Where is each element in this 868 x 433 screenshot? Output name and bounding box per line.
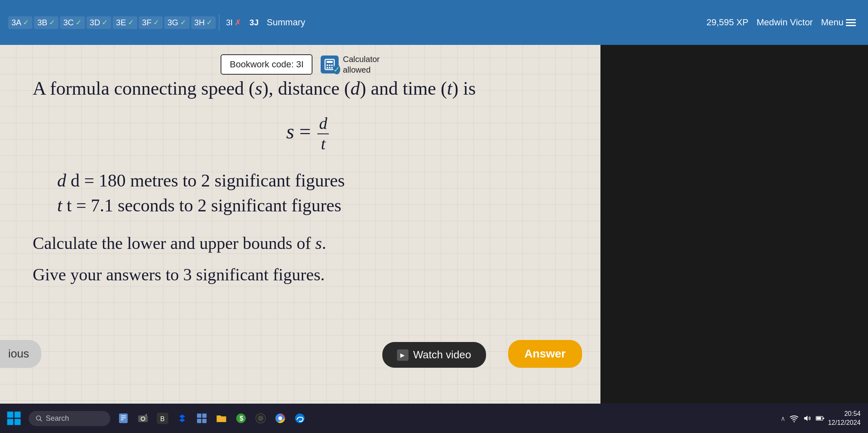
nav-item-3I[interactable]: 3I ✗ xyxy=(223,16,245,29)
nav-item-3F[interactable]: 3F ✓ xyxy=(139,16,163,29)
calc-svg xyxy=(324,58,336,71)
bookwork-label: Bookwork code: 3I xyxy=(230,59,303,69)
svg-rect-4 xyxy=(331,64,333,66)
windows-icon xyxy=(7,411,21,426)
svg-rect-5 xyxy=(327,67,328,69)
nav-label-3C: 3C xyxy=(63,18,74,27)
svg-rect-6 xyxy=(329,67,331,69)
start-button[interactable] xyxy=(3,408,25,429)
nav-label-3A: 3A xyxy=(11,18,21,27)
svg-marker-36 xyxy=(804,416,808,421)
svg-rect-1 xyxy=(327,61,333,63)
nav-item-3D[interactable]: 3D ✓ xyxy=(87,16,112,29)
check-icon-3E: ✓ xyxy=(128,18,134,27)
nav-item-3E[interactable]: 3E ✓ xyxy=(113,16,137,29)
taskbar-icon-dropbox[interactable] xyxy=(173,409,191,427)
svg-rect-39 xyxy=(823,417,824,419)
given-t-text: t = 7.1 seconds to 2 significant figures xyxy=(67,195,341,215)
svg-rect-38 xyxy=(817,417,821,420)
question-line-1: Calculate the lower and upper bounds of … xyxy=(33,231,584,256)
calculator-sub-label: allowed xyxy=(343,64,379,75)
previous-button[interactable]: ious xyxy=(0,340,41,368)
taskbar-icon-camera[interactable] xyxy=(134,409,152,427)
taskbar-icon-b[interactable]: B xyxy=(154,409,172,427)
nav-label-3I: 3I xyxy=(226,18,233,27)
fraction-numerator: d xyxy=(317,114,329,134)
menu-label: Menu xyxy=(821,17,843,28)
wifi-icon xyxy=(790,414,799,423)
nav-item-3G[interactable]: 3G ✓ xyxy=(164,16,190,29)
taskbar-icon-file[interactable] xyxy=(114,409,132,427)
svg-marker-19 xyxy=(145,413,147,415)
check-icon-3H: ✓ xyxy=(206,18,212,27)
tray-arrow[interactable]: ∧ xyxy=(781,415,785,422)
system-tray: ∧ xyxy=(781,414,825,423)
menu-button[interactable]: Menu xyxy=(821,17,856,28)
nav-label-3J: 3J xyxy=(250,18,259,27)
given-d-text: d = 180 metres to 2 significant figures xyxy=(71,171,345,191)
formula-display: s = d t xyxy=(33,114,584,154)
cross-icon-3I: ✗ xyxy=(234,18,241,27)
search-icon xyxy=(35,415,42,422)
circle-icon xyxy=(255,413,266,424)
taskbar-icon-grid[interactable] xyxy=(193,409,211,427)
file-icon xyxy=(118,413,129,424)
svg-rect-18 xyxy=(138,415,147,422)
bookwork-badge: Bookwork code: 3I xyxy=(221,54,312,75)
svg-point-33 xyxy=(278,416,282,420)
top-right-info: 29,595 XP Medwin Victor Menu xyxy=(600,0,868,45)
taskbar-icon-dollar[interactable]: $ xyxy=(232,409,250,427)
svg-rect-25 xyxy=(202,413,207,418)
nav-label-3H: 3H xyxy=(194,18,205,27)
svg-point-12 xyxy=(36,416,41,420)
taskbar-icon-chrome[interactable] xyxy=(271,409,289,427)
battery-icon xyxy=(816,414,825,423)
nav-item-3J[interactable]: 3J xyxy=(246,16,262,29)
taskbar-icon-circle[interactable] xyxy=(252,409,270,427)
chrome-icon xyxy=(274,413,286,424)
nav-item-3B[interactable]: 3B ✓ xyxy=(34,16,58,29)
nav-label-3B: 3B xyxy=(37,18,47,27)
check-icon-3B: ✓ xyxy=(49,18,55,27)
svg-rect-26 xyxy=(197,419,201,423)
right-panel xyxy=(600,0,868,433)
nav-item-3A[interactable]: 3A ✓ xyxy=(8,16,32,29)
answer-button[interactable]: Answer xyxy=(508,340,582,368)
fraction-denominator: t xyxy=(319,134,327,154)
svg-rect-14 xyxy=(119,413,128,423)
taskbar-icon-edge[interactable] xyxy=(291,409,309,427)
svg-rect-3 xyxy=(329,64,331,66)
nav-label-3E: 3E xyxy=(116,18,126,27)
nav-item-3H[interactable]: 3H ✓ xyxy=(191,16,216,29)
grid-icon xyxy=(196,413,208,424)
nav-label-3G: 3G xyxy=(167,18,179,27)
nav-label-3D: 3D xyxy=(90,18,100,27)
svg-rect-8 xyxy=(7,412,13,418)
taskbar-search[interactable]: Search xyxy=(29,411,110,426)
taskbar: Search B xyxy=(0,404,868,433)
svg-point-35 xyxy=(794,421,795,422)
calculator-icon xyxy=(321,56,339,73)
svg-rect-9 xyxy=(15,412,21,418)
check-icon-3F: ✓ xyxy=(153,18,159,27)
formula-intro: A formula connecting speed (s), distance… xyxy=(33,75,584,102)
nav-item-summary[interactable]: Summary xyxy=(263,16,308,29)
taskbar-icon-folder[interactable] xyxy=(212,409,230,427)
check-icon-3G: ✓ xyxy=(180,18,186,27)
nav-item-3C[interactable]: 3C ✓ xyxy=(60,16,85,29)
watch-video-button[interactable]: Watch video xyxy=(382,342,486,368)
svg-point-31 xyxy=(258,415,263,421)
taskbar-right: ∧ 20:54 12/12/2024 xyxy=(781,409,865,428)
calculator-text: Calculator allowed xyxy=(343,54,379,75)
check-icon-3D: ✓ xyxy=(102,18,108,27)
clock-time: 20:54 xyxy=(828,409,861,418)
svg-line-13 xyxy=(40,420,42,421)
xp-display: 29,595 XP xyxy=(706,17,748,28)
play-icon xyxy=(397,349,408,361)
given-t-line: t t = 7.1 seconds to 2 significant figur… xyxy=(57,195,584,216)
question-area: A formula connecting speed (s), distance… xyxy=(33,75,584,293)
hamburger-icon xyxy=(846,19,856,26)
b-icon: B xyxy=(157,413,168,424)
camera-icon xyxy=(137,413,149,424)
svg-rect-2 xyxy=(327,64,328,66)
